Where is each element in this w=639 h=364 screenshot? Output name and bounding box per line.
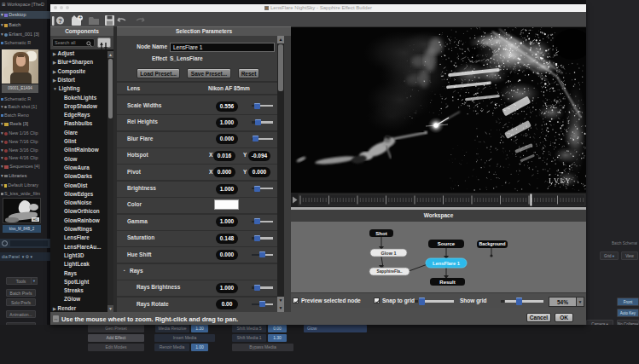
svg-text:+: + (78, 14, 82, 20)
svg-text:Source: Source (438, 241, 456, 246)
svg-text:LensFlare 1: LensFlare 1 (433, 261, 461, 266)
svg-text:Shot: Shot (375, 231, 386, 236)
svg-text:?: ? (58, 17, 62, 25)
svg-text:Result: Result (439, 280, 455, 285)
svg-text:Background: Background (479, 241, 506, 246)
svg-text:Glow 1: Glow 1 (380, 251, 396, 256)
svg-text:LVLY: LVLY (549, 176, 572, 185)
svg-text:SapphireFla..: SapphireFla.. (376, 269, 402, 274)
